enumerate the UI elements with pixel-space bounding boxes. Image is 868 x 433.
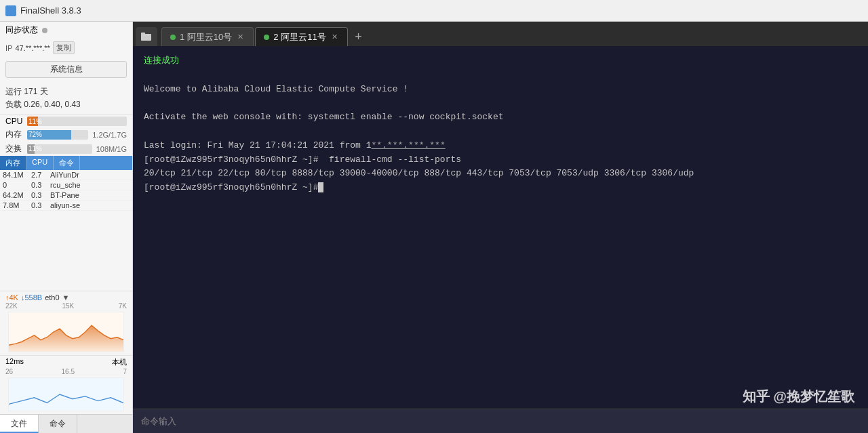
ping-row: 12ms 本机 xyxy=(5,357,127,367)
tab-1[interactable]: 1 阿里云10号 ✕ xyxy=(161,27,254,46)
table-row: 64.2M 0.3 BT-Pane xyxy=(0,190,132,201)
ping-val-1: 26 xyxy=(5,368,13,375)
sync-label: 同步状态 xyxy=(5,24,38,36)
main-layout: 同步状态 IP 47.**.***.** 复制 系统信息 运行 171 天 负载… xyxy=(0,22,868,433)
net-chart xyxy=(8,312,124,352)
term-line-8: [root@iZwz995rf3noqyh65n0hhrZ ~]# firewa… xyxy=(144,153,857,167)
ip-row: IP 47.**.***.** 复制 xyxy=(0,39,132,57)
sidebar-bottom: 内存 CPU 命令 84.1M 2.7 AliYunDr 0 0.3 rcu_s… xyxy=(0,156,132,414)
cpu-bar-outer: 11% xyxy=(27,117,127,126)
tab-2[interactable]: 2 阿里云11号 ✕ xyxy=(255,27,347,46)
folder-icon[interactable] xyxy=(136,27,157,46)
ip-label: IP xyxy=(5,44,12,52)
mem-bar-row: 内存 72% 1.2G/1.7G xyxy=(0,127,132,142)
tab-1-close[interactable]: ✕ xyxy=(236,33,245,41)
proc-mem: 64.2M xyxy=(3,191,31,199)
tab-2-close[interactable]: ✕ xyxy=(330,33,339,41)
tab-command[interactable]: 命令 xyxy=(39,415,77,433)
cpu-label: CPU xyxy=(5,117,24,126)
tab-file[interactable]: 文件 xyxy=(0,415,39,433)
proc-name: rcu_sche xyxy=(50,181,130,189)
term-line-7: Last login: Fri May 21 17:04:21 2021 fro… xyxy=(144,139,857,153)
term-line-blank1 xyxy=(144,68,857,83)
term-line-1: 连接成功 xyxy=(144,54,857,68)
svg-marker-0 xyxy=(9,325,123,352)
swap-bar-inner: 11% xyxy=(27,144,35,154)
table-row: 84.1M 2.7 AliYunDr xyxy=(0,170,132,180)
ping-section: 12ms 本机 26 16.5 7 xyxy=(0,355,132,414)
title-bar: FinalShell 3.8.3 xyxy=(0,0,868,22)
mem-bar-inner: 72% xyxy=(27,130,71,140)
folder-svg xyxy=(141,32,152,41)
ping-ms: 12ms xyxy=(5,357,24,367)
ping-chart-svg xyxy=(9,378,123,411)
terminal-content[interactable]: 连接成功 Welcome to Alibaba Cloud Elastic Co… xyxy=(133,46,868,409)
tab-cpu[interactable]: CPU xyxy=(26,156,54,170)
cmd-input-label: 命令输入 xyxy=(141,415,176,428)
net-row: ↑4K ↓558B eth0 ▼ xyxy=(5,293,127,302)
tab-bar: 1 阿里云10号 ✕ 2 阿里云11号 ✕ + xyxy=(133,22,868,46)
svg-rect-2 xyxy=(141,33,145,35)
proc-name: BT-Pane xyxy=(50,191,130,199)
net-speed-3: 7K xyxy=(119,302,127,310)
sync-status-row: 同步状态 xyxy=(0,22,132,39)
term-line-3: Welcome to Alibaba Cloud Elastic Compute… xyxy=(144,83,857,97)
svg-rect-1 xyxy=(141,34,151,41)
term-line-5: Activate the web console with: systemctl… xyxy=(144,110,857,125)
net-speed-2: 15K xyxy=(62,302,74,310)
ping-label: 本机 xyxy=(112,357,127,367)
tab-1-label: 1 阿里云10号 xyxy=(180,31,232,43)
proc-cpu: 0.3 xyxy=(31,201,50,209)
proc-mem: 7.8M xyxy=(3,201,31,209)
proc-table: 84.1M 2.7 AliYunDr 0 0.3 rcu_sche 64.2M … xyxy=(0,170,132,291)
ip-value: 47.**.***.** xyxy=(15,44,50,52)
copy-ip-button[interactable]: 复制 xyxy=(53,41,75,54)
table-row: 7.8M 0.3 aliyun-se xyxy=(0,201,132,211)
mem-percent: 72% xyxy=(28,131,42,138)
proc-name: AliYunDr xyxy=(50,171,130,179)
proc-cpu: 0.3 xyxy=(31,191,50,199)
tab-2-label: 2 阿里云11号 xyxy=(273,31,326,43)
swap-size: 108M/1G xyxy=(96,145,127,153)
cpu-bar-row: CPU 11% xyxy=(0,115,132,127)
terminal-area: 1 阿里云10号 ✕ 2 阿里云11号 ✕ + 连接成功 Welcome to … xyxy=(133,22,868,433)
sys-info-section: 系统信息 xyxy=(0,57,132,82)
tab-mem[interactable]: 内存 xyxy=(0,156,26,170)
net-iface: eth0 xyxy=(45,293,59,302)
ping-chart xyxy=(8,377,124,411)
add-tab-button[interactable]: + xyxy=(349,27,368,46)
net-speed-1: 22K xyxy=(5,302,18,310)
cpu-percent: 11% xyxy=(28,118,42,125)
uptime-label: 运行 171 天 xyxy=(5,86,127,98)
term-line-10: [root@iZwz995rf3noqyh65n0hhrZ ~]# xyxy=(144,181,857,195)
tab-cmd[interactable]: 命令 xyxy=(54,156,80,170)
swap-bar-row: 交换 11% 108M/1G xyxy=(0,142,132,156)
cmd-input-bar: 命令输入 xyxy=(133,409,868,433)
proc-tabs: 内存 CPU 命令 xyxy=(0,156,132,170)
sync-dot xyxy=(42,28,47,33)
net-download: ↓558B xyxy=(21,293,42,302)
mem-bar-outer: 72% xyxy=(27,130,88,140)
net-upload: ↑4K xyxy=(5,293,18,302)
term-line-9: 20/tcp 21/tcp 22/tcp 80/tcp 8888/tcp 390… xyxy=(144,167,857,181)
tab-1-dot xyxy=(170,35,176,40)
sys-info-button[interactable]: 系统信息 xyxy=(5,61,127,78)
proc-mem: 84.1M xyxy=(3,171,31,179)
cmd-input[interactable] xyxy=(182,416,860,426)
proc-cpu: 0.3 xyxy=(31,181,50,189)
proc-name: aliyun-se xyxy=(50,201,130,209)
net-chart-svg xyxy=(9,312,123,352)
proc-cpu: 2.7 xyxy=(31,171,50,179)
load-label: 负载 0.26, 0.40, 0.43 xyxy=(5,99,127,110)
term-line-blank2 xyxy=(144,96,857,110)
cpu-bar-inner: 11% xyxy=(27,117,38,126)
swap-label: 交换 xyxy=(5,143,24,154)
bottom-tabs: 文件 命令 xyxy=(0,414,132,433)
app-title: FinalShell 3.8.3 xyxy=(20,5,81,16)
net-dropdown-icon[interactable]: ▼ xyxy=(62,293,70,302)
proc-mem: 0 xyxy=(3,181,31,189)
net-section: ↑4K ↓558B eth0 ▼ 22K 15K 7K xyxy=(0,291,132,355)
terminal-wrapper: 连接成功 Welcome to Alibaba Cloud Elastic Co… xyxy=(133,46,868,433)
sidebar: 同步状态 IP 47.**.***.** 复制 系统信息 运行 171 天 负载… xyxy=(0,22,133,433)
tab-2-dot xyxy=(264,35,269,40)
